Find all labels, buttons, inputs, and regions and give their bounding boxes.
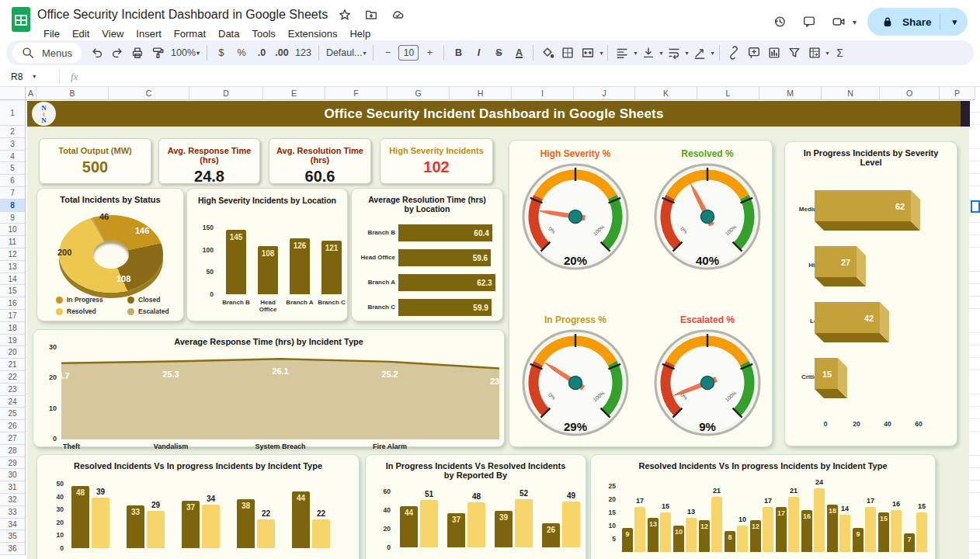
column-header-I[interactable]: I xyxy=(512,87,574,100)
column-header-B[interactable]: B xyxy=(36,87,109,100)
row-header-20[interactable]: 20 xyxy=(0,346,26,359)
chart-inprogress-by-severity[interactable]: In Progress Incidents by Severity LevelM… xyxy=(784,141,957,446)
column-header-N[interactable]: N xyxy=(822,87,880,100)
chart-inprogress-vs-resolved-reportedby[interactable]: In Progress Incidents Vs Resolved Incide… xyxy=(365,454,586,559)
menu-tools[interactable]: Tools xyxy=(245,26,281,41)
column-header-M[interactable]: M xyxy=(759,87,822,100)
menu-view[interactable]: View xyxy=(96,26,130,41)
column-header-L[interactable]: L xyxy=(697,87,759,100)
name-box[interactable]: R8▾ xyxy=(0,71,59,82)
horizontal-align-dropdown-icon[interactable]: ▾ xyxy=(634,50,637,57)
pivot-dropdown-icon[interactable]: ▾ xyxy=(826,50,829,57)
column-header-O[interactable]: O xyxy=(880,87,940,100)
row-header-34[interactable]: 34 xyxy=(0,519,26,531)
menu-data[interactable]: Data xyxy=(212,26,245,41)
borders-button[interactable] xyxy=(558,43,577,62)
row-header-15[interactable]: 15 xyxy=(0,285,26,297)
create-filter-button[interactable] xyxy=(785,43,804,62)
row-header-25[interactable]: 25 xyxy=(0,408,26,420)
kpi-card[interactable]: High Severity Incidents102 xyxy=(380,138,493,184)
fill-color-button[interactable] xyxy=(538,43,557,62)
row-header-29[interactable]: 29 xyxy=(0,457,26,470)
italic-button[interactable]: I xyxy=(469,43,488,62)
chart-high-severity-by-location[interactable]: High Severity Incidents by Location05010… xyxy=(186,188,348,321)
row-header-6[interactable]: 6 xyxy=(0,175,26,187)
menus-search-button[interactable]: Menus xyxy=(12,43,82,63)
select-all-corner[interactable] xyxy=(0,87,26,100)
strikethrough-button[interactable]: S xyxy=(489,43,508,62)
menu-insert[interactable]: Insert xyxy=(130,26,168,41)
insert-link-button[interactable] xyxy=(725,43,743,62)
column-header-D[interactable]: D xyxy=(189,87,263,100)
row-header-12[interactable]: 12 xyxy=(0,248,26,261)
row-header-19[interactable]: 19 xyxy=(0,335,26,347)
chart-avg-response-by-type[interactable]: Average Response Time (hrs) by Incident … xyxy=(33,329,505,447)
row-header-22[interactable]: 22 xyxy=(0,371,26,384)
column-header-F[interactable]: F xyxy=(325,87,387,100)
row-header-30[interactable]: 30 xyxy=(0,469,26,481)
pivot-table-button[interactable] xyxy=(805,43,824,62)
column-header-J[interactable]: J xyxy=(574,87,635,100)
sheets-logo-icon[interactable] xyxy=(11,6,31,36)
row-header-28[interactable]: 28 xyxy=(0,445,26,457)
text-wrap-button[interactable] xyxy=(665,43,683,62)
number-format-button[interactable]: 123 xyxy=(293,43,314,62)
row-header-33[interactable]: 33 xyxy=(0,506,26,519)
vertical-align-dropdown-icon[interactable]: ▾ xyxy=(660,50,663,57)
row-header-35[interactable]: 35 xyxy=(0,530,26,543)
comments-icon[interactable] xyxy=(800,12,818,31)
meet-dropdown-icon[interactable]: ▾ xyxy=(853,18,857,26)
selected-cell-r8[interactable] xyxy=(971,200,980,213)
row-header-14[interactable]: 14 xyxy=(0,273,26,286)
row-header-24[interactable]: 24 xyxy=(0,396,26,408)
merge-dropdown-icon[interactable]: ▾ xyxy=(599,50,603,57)
row-header-5[interactable]: 5 xyxy=(0,162,26,175)
menu-file[interactable]: File xyxy=(37,26,66,41)
row-header-23[interactable]: 23 xyxy=(0,384,26,396)
row-header-27[interactable]: 27 xyxy=(0,432,26,445)
menu-format[interactable]: Format xyxy=(168,26,212,41)
column-header-A[interactable]: A xyxy=(26,87,36,100)
vertical-align-button[interactable] xyxy=(639,43,658,62)
row-header-1[interactable]: 1 xyxy=(0,100,26,126)
zoom-select[interactable]: 100%▾ xyxy=(169,43,202,62)
row-header-10[interactable]: 10 xyxy=(0,224,26,236)
row-header-7[interactable]: 7 xyxy=(0,187,26,200)
chart-total-incidents-by-status[interactable]: Total Incidents by Status46146108200In P… xyxy=(36,188,184,321)
font-select[interactable]: Defaul...▾ xyxy=(324,43,369,62)
row-header-9[interactable]: 9 xyxy=(0,212,26,224)
row-header-31[interactable]: 31 xyxy=(0,481,26,494)
column-header-C[interactable]: C xyxy=(109,87,189,100)
column-header-H[interactable]: H xyxy=(450,87,512,100)
star-icon[interactable] xyxy=(335,5,354,24)
move-to-folder-icon[interactable] xyxy=(362,5,381,24)
row-header-3[interactable]: 3 xyxy=(0,138,26,151)
chart-resolved-vs-inprogress-type-2[interactable]: Resolved Incidents Vs In progress Incide… xyxy=(590,454,936,559)
font-size-input[interactable]: 10 xyxy=(398,45,419,61)
decrease-font-size-button[interactable]: − xyxy=(378,43,397,62)
document-title[interactable]: Office Security Incident Dashboard in Go… xyxy=(37,8,328,22)
column-header-K[interactable]: K xyxy=(635,87,697,100)
text-rotation-dropdown-icon[interactable]: ▾ xyxy=(711,50,714,57)
share-button[interactable]: Share ▾ xyxy=(867,8,968,36)
currency-format-button[interactable]: $ xyxy=(212,43,231,62)
row-header-11[interactable]: 11 xyxy=(0,236,26,248)
undo-button[interactable] xyxy=(88,43,106,62)
row-header-26[interactable]: 26 xyxy=(0,420,26,432)
kpi-card[interactable]: Avg. Response Time (hrs)24.8 xyxy=(158,138,260,184)
chart-resolved-vs-inprogress-type[interactable]: Resolved Incidents Vs In progress Incide… xyxy=(36,454,360,559)
insert-chart-button[interactable] xyxy=(765,43,784,62)
text-rotation-button[interactable] xyxy=(690,43,709,62)
row-header-8[interactable]: 8 xyxy=(0,200,26,212)
percent-format-button[interactable]: % xyxy=(232,43,251,62)
merge-cells-button[interactable] xyxy=(579,43,597,62)
version-history-icon[interactable] xyxy=(770,12,789,31)
row-header-17[interactable]: 17 xyxy=(0,310,26,322)
horizontal-align-button[interactable] xyxy=(613,43,631,62)
meet-icon[interactable] xyxy=(829,12,848,31)
increase-decimal-button[interactable]: .00 xyxy=(273,43,291,62)
insert-comment-button[interactable] xyxy=(745,43,763,62)
functions-button[interactable]: Σ xyxy=(831,43,850,62)
text-color-button[interactable]: A xyxy=(509,43,528,62)
increase-font-size-button[interactable]: + xyxy=(420,43,439,62)
